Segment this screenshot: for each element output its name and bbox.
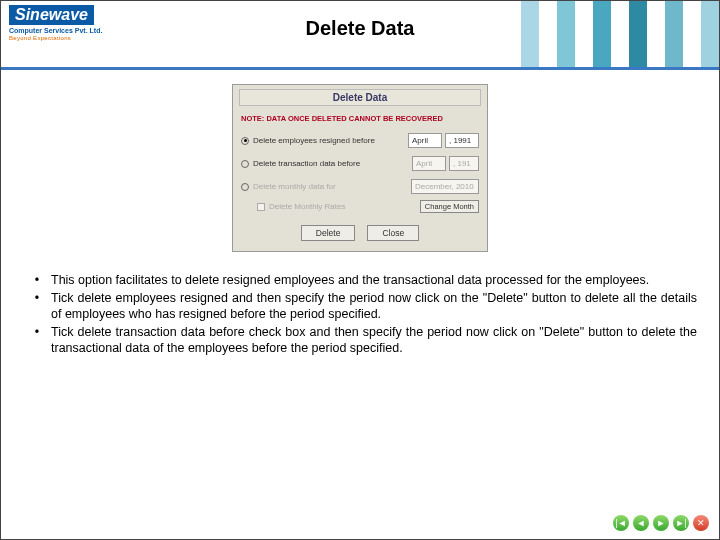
- slide-header: Sinewave Computer Services Pvt. Ltd. Bey…: [1, 1, 719, 67]
- nav-last-icon[interactable]: ►|: [673, 515, 689, 531]
- radio-monthly-label: Delete monthly data for: [253, 182, 407, 191]
- radio-transaction-label: Delete transaction data before: [253, 159, 408, 168]
- transaction-month-field[interactable]: April: [412, 156, 446, 171]
- list-item: •This option facilitates to delete resig…: [23, 272, 697, 288]
- close-button[interactable]: Close: [367, 225, 419, 241]
- nav-first-icon[interactable]: |◄: [613, 515, 629, 531]
- delete-button[interactable]: Delete: [301, 225, 356, 241]
- radio-monthly[interactable]: [241, 183, 249, 191]
- delete-data-dialog: Delete Data NOTE: DATA ONCE DELETED CANN…: [232, 84, 488, 252]
- header-stripes: [521, 1, 719, 67]
- radio-resigned[interactable]: [241, 137, 249, 145]
- checkbox-monthly-rates[interactable]: [257, 203, 265, 211]
- option-row-monthly[interactable]: Delete monthly data for December, 2010: [233, 175, 487, 198]
- dialog-warning: NOTE: DATA ONCE DELETED CANNOT BE RECOVE…: [233, 112, 487, 129]
- change-month-button[interactable]: Change Month: [420, 200, 479, 213]
- option-row-transaction[interactable]: Delete transaction data before April , 1…: [233, 152, 487, 175]
- footer-navigation: |◄ ◄ ► ►| ✕: [613, 515, 709, 531]
- monthly-subrow: Delete Monthly Rates Change Month: [233, 198, 487, 217]
- monthly-period-field[interactable]: December, 2010: [411, 179, 479, 194]
- radio-resigned-label: Delete employees resigned before: [253, 136, 404, 145]
- list-item: •Tick delete employees resigned and then…: [23, 290, 697, 322]
- list-item: •Tick delete transaction data before che…: [23, 324, 697, 356]
- option-row-resigned[interactable]: Delete employees resigned before April ,…: [233, 129, 487, 152]
- checkbox-monthly-rates-label: Delete Monthly Rates: [269, 202, 345, 211]
- nav-next-icon[interactable]: ►: [653, 515, 669, 531]
- radio-transaction[interactable]: [241, 160, 249, 168]
- nav-prev-icon[interactable]: ◄: [633, 515, 649, 531]
- resigned-year-field[interactable]: , 1991: [445, 133, 479, 148]
- transaction-year-field[interactable]: , 191: [449, 156, 479, 171]
- dialog-button-row: Delete Close: [233, 217, 487, 251]
- nav-close-icon[interactable]: ✕: [693, 515, 709, 531]
- description-bullets: •This option facilitates to delete resig…: [13, 272, 707, 356]
- dialog-title: Delete Data: [239, 89, 481, 106]
- resigned-month-field[interactable]: April: [408, 133, 442, 148]
